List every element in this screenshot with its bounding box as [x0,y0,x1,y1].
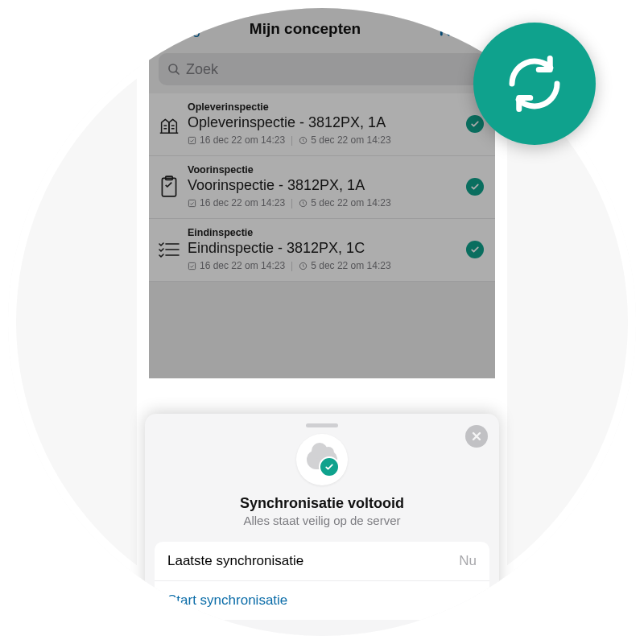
search-bar: Zoek [149,50,495,93]
item-category: Eindinspectie [188,227,461,238]
last-sync-row: Laatste synchronisatie Nu [155,542,489,580]
edited-icon [188,199,196,208]
sync-fab[interactable] [473,23,596,145]
checklist-icon [151,238,188,261]
edited-icon [188,262,196,270]
cloud-status-icon [296,434,348,485]
created-icon [299,136,308,145]
svg-rect-5 [188,200,195,206]
check-icon [319,456,340,477]
created-icon [299,262,308,270]
sync-status-badge[interactable] [466,19,487,39]
last-sync-label: Laatste synchronisatie [167,553,303,569]
item-category: Voorinspectie [188,164,461,175]
item-title: Voorinspectie - 3812PX, 1A [188,177,461,194]
list-item[interactable]: Voorinspectie Voorinspectie - 3812PX, 1A… [149,156,495,219]
svg-rect-1 [188,137,195,143]
item-meta: 16 dec 22 om 14:23 | 5 dec 22 om 14:23 [188,134,461,146]
status-badge [466,178,484,196]
close-icon [471,431,482,442]
list-item-body: Eindinspectie Eindinspectie - 3812PX, 1C… [188,227,461,271]
sheet-subtitle: Alles staat veilig op de server [145,514,499,527]
clipboard-icon [151,175,188,199]
created-icon [299,199,308,208]
building-icon [151,112,188,136]
search-input[interactable]: Zoek [159,53,485,85]
sort-arrows-icon [434,18,456,40]
svg-rect-7 [188,262,195,269]
edited-icon [188,136,196,145]
sync-card: Laatste synchronisatie Nu Start synchron… [155,542,489,620]
page-title: Mijn concepten [176,20,434,38]
last-sync-value: Nu [459,553,477,569]
sync-icon [501,50,568,118]
status-badge [466,115,484,133]
start-sync-button[interactable]: Start synchronisatie [155,580,489,620]
app-screen: Wijzig Mijn concepten Zoek [149,8,495,378]
item-meta: 16 dec 22 om 14:23 | 5 dec 22 om 14:23 [188,197,461,208]
drag-handle[interactable] [306,423,338,427]
sync-sheet: Synchronisatie voltooid Alles staat veil… [145,414,499,636]
item-title: Opleverinspectie - 3812PX, 1A [188,114,461,131]
list-item-body: Opleverinspectie Opleverinspectie - 3812… [188,101,461,146]
concepts-list: Opleverinspectie Opleverinspectie - 3812… [149,93,495,282]
search-icon [167,62,181,76]
item-meta: 16 dec 22 om 14:23 | 5 dec 22 om 14:23 [188,260,461,271]
sort-button[interactable] [434,18,456,40]
close-button[interactable] [465,425,488,448]
list-item[interactable]: Opleverinspectie Opleverinspectie - 3812… [149,93,495,156]
item-title: Eindinspectie - 3812PX, 1C [188,240,461,257]
list-item[interactable]: Eindinspectie Eindinspectie - 3812PX, 1C… [149,219,495,282]
status-badge [466,241,484,258]
item-category: Opleverinspectie [188,101,461,113]
svg-rect-3 [162,178,175,196]
sheet-title: Synchronisatie voltooid [145,495,499,512]
search-placeholder: Zoek [186,61,218,78]
nav-bar: Wijzig Mijn concepten [149,8,495,50]
list-item-body: Voorinspectie Voorinspectie - 3812PX, 1A… [188,164,461,208]
